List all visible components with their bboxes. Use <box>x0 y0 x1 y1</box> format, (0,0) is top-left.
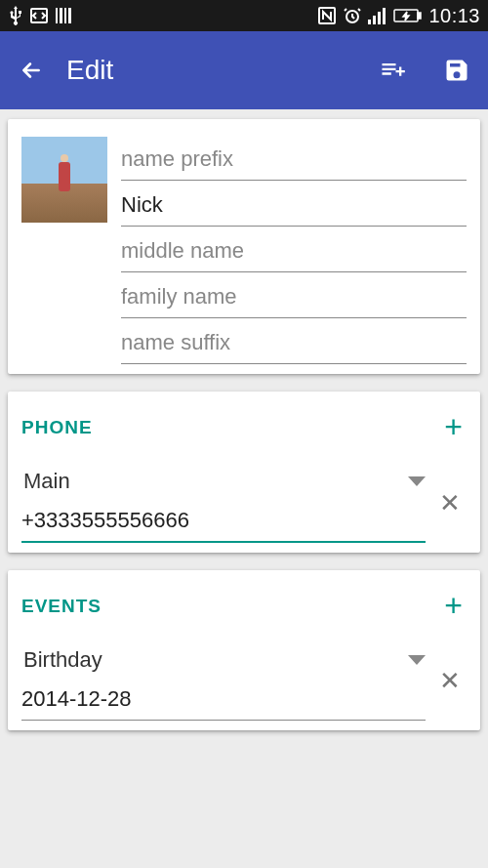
contact-avatar[interactable] <box>21 137 107 223</box>
event-type-spinner[interactable]: Birthday <box>21 641 426 677</box>
svg-rect-12 <box>418 13 421 19</box>
barcode-icon <box>55 6 74 25</box>
event-type-label: Birthday <box>23 647 102 673</box>
event-row: Birthday ✕ <box>21 641 467 721</box>
phone-card: PHONE + Main ✕ <box>8 392 480 553</box>
family-name-input[interactable] <box>121 274 467 318</box>
status-bar: 10:13 <box>0 0 488 31</box>
page-title: Edit <box>66 55 113 86</box>
add-event-button[interactable]: + <box>440 588 467 624</box>
svg-rect-7 <box>368 20 371 24</box>
svg-rect-10 <box>383 8 386 24</box>
svg-rect-8 <box>373 16 376 24</box>
status-time: 10:13 <box>428 5 480 27</box>
event-date-input[interactable] <box>21 677 426 721</box>
dev-icon <box>29 6 49 25</box>
phone-type-label: Main <box>23 469 70 494</box>
usb-icon <box>8 6 23 25</box>
svg-rect-2 <box>60 8 62 23</box>
chevron-down-icon <box>408 655 426 665</box>
chevron-down-icon <box>408 476 426 486</box>
alarm-icon <box>343 6 362 25</box>
name-card <box>8 119 480 374</box>
phone-row: Main ✕ <box>21 463 467 543</box>
remove-phone-button[interactable]: ✕ <box>433 488 467 518</box>
name-suffix-input[interactable] <box>121 320 467 364</box>
add-phone-button[interactable]: + <box>440 409 467 445</box>
back-button[interactable] <box>18 57 45 84</box>
phone-section-title: PHONE <box>21 417 93 438</box>
events-section-title: EVENTS <box>21 596 102 617</box>
status-right-icons: 10:13 <box>317 5 480 27</box>
status-left-icons <box>8 6 74 25</box>
middle-name-input[interactable] <box>121 228 467 272</box>
svg-rect-4 <box>68 8 71 23</box>
svg-rect-1 <box>56 8 58 23</box>
remove-event-button[interactable]: ✕ <box>433 666 467 696</box>
first-name-input[interactable] <box>121 183 467 227</box>
name-fields <box>121 137 467 364</box>
name-prefix-input[interactable] <box>121 137 467 181</box>
nfc-icon <box>317 6 337 25</box>
content: PHONE + Main ✕ EVENTS + Birthday <box>0 109 488 740</box>
save-button[interactable] <box>443 57 470 84</box>
svg-rect-3 <box>64 8 66 23</box>
phone-number-input[interactable] <box>21 498 426 543</box>
add-field-button[interactable] <box>379 57 406 84</box>
action-bar: Edit <box>0 31 488 109</box>
phone-type-spinner[interactable]: Main <box>21 463 426 498</box>
battery-icon <box>393 8 423 23</box>
svg-rect-9 <box>378 12 381 24</box>
events-card: EVENTS + Birthday ✕ <box>8 570 480 730</box>
signal-icon <box>368 7 387 24</box>
